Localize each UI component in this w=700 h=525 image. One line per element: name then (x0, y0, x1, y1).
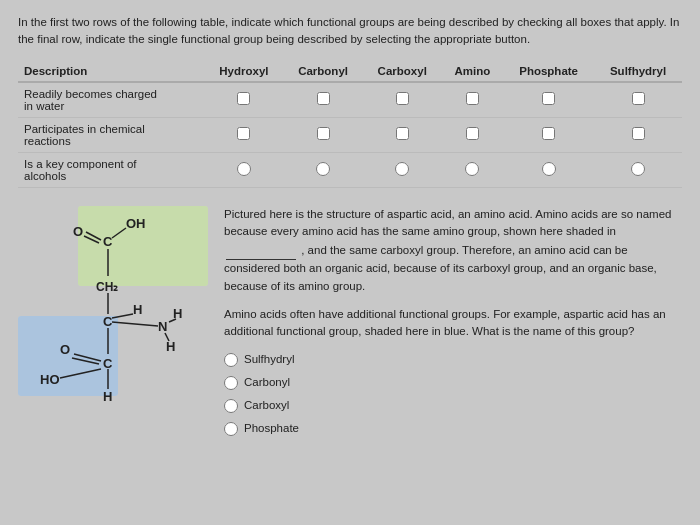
atom-o-left: O (60, 342, 70, 357)
option-carbonyl-radio[interactable] (224, 376, 238, 390)
molecule-diagram: C O OH CH₂ C H N H (18, 206, 208, 426)
svg-line-8 (112, 322, 158, 326)
explanation-paragraph2: Amino acids often have additional functi… (224, 306, 682, 342)
blank-line (226, 241, 296, 260)
atom-c-center: C (103, 314, 113, 329)
functional-groups-table: Description Hydroxyl Carbonyl Carboxyl A… (18, 61, 682, 188)
row3-sulfhydryl-cell (594, 152, 682, 187)
row2-amino-cell (442, 117, 503, 152)
row2-amino-checkbox[interactable] (466, 127, 479, 140)
row2-carbonyl-cell (283, 117, 363, 152)
option-carboxyl-radio[interactable] (224, 399, 238, 413)
row3-carbonyl-radio[interactable] (316, 162, 330, 176)
col-hydroxyl: Hydroxyl (205, 61, 284, 82)
option-carbonyl-label: Carbonyl (244, 374, 290, 392)
atom-c-top: C (103, 234, 113, 249)
text-before-blank: Pictured here is the structure of aspart… (224, 208, 671, 238)
row1-sulfhydryl-checkbox[interactable] (632, 92, 645, 105)
atom-ch2: CH₂ (96, 280, 118, 294)
answer-options: Sulfhydryl Carbonyl Carboxyl Phosphate (224, 351, 682, 437)
bottom-section: C O OH CH₂ C H N H (18, 206, 682, 443)
option-carbonyl: Carbonyl (224, 374, 682, 392)
row1-carbonyl-cell (283, 82, 363, 118)
option-sulfhydryl-label: Sulfhydryl (244, 351, 295, 369)
option-phosphate-radio[interactable] (224, 422, 238, 436)
atom-h-n2: H (173, 306, 182, 321)
explanation-paragraph1: Pictured here is the structure of aspart… (224, 206, 682, 296)
atom-n: N (158, 319, 167, 334)
row3-sulfhydryl-radio[interactable] (631, 162, 645, 176)
row2-sulfhydryl-cell (594, 117, 682, 152)
row2-hydroxyl-cell (205, 117, 284, 152)
row1-hydroxyl-cell (205, 82, 284, 118)
svg-line-7 (112, 314, 133, 318)
table-row: Participates in chemicalreactions (18, 117, 682, 152)
option-phosphate: Phosphate (224, 420, 682, 438)
atom-h-n: H (166, 339, 175, 354)
row3-phosphate-radio[interactable] (542, 162, 556, 176)
option-carboxyl-label: Carboxyl (244, 397, 289, 415)
atom-oh-top: OH (126, 216, 146, 231)
row3-carboxyl-cell (363, 152, 442, 187)
table-row: Readily becomes chargedin water (18, 82, 682, 118)
molecule-svg: C O OH CH₂ C H N H (18, 206, 208, 426)
row2-hydroxyl-checkbox[interactable] (237, 127, 250, 140)
row1-phosphate-checkbox[interactable] (542, 92, 555, 105)
row1-amino-cell (442, 82, 503, 118)
row2-carbonyl-checkbox[interactable] (317, 127, 330, 140)
atom-h-right: H (133, 302, 142, 317)
col-amino: Amino (442, 61, 503, 82)
option-sulfhydryl: Sulfhydryl (224, 351, 682, 369)
row1-carboxyl-cell (363, 82, 442, 118)
row3-carbonyl-cell (283, 152, 363, 187)
row2-sulfhydryl-checkbox[interactable] (632, 127, 645, 140)
intro-text: In the first two rows of the following t… (18, 14, 682, 49)
atom-o-top: O (73, 224, 83, 239)
option-carboxyl: Carboxyl (224, 397, 682, 415)
atom-ho: HO (40, 372, 60, 387)
atom-h-bottom: H (103, 389, 112, 404)
row1-sulfhydryl-cell (594, 82, 682, 118)
option-phosphate-label: Phosphate (244, 420, 299, 438)
table-row: Is a key component ofalcohols (18, 152, 682, 187)
col-carbonyl: Carbonyl (283, 61, 363, 82)
row3-carboxyl-radio[interactable] (395, 162, 409, 176)
row2-phosphate-cell (503, 117, 594, 152)
row2-carboxyl-cell (363, 117, 442, 152)
option-sulfhydryl-radio[interactable] (224, 353, 238, 367)
col-carboxyl: Carboxyl (363, 61, 442, 82)
row1-description: Readily becomes chargedin water (18, 82, 205, 118)
col-phosphate: Phosphate (503, 61, 594, 82)
row1-phosphate-cell (503, 82, 594, 118)
text-explanation: Pictured here is the structure of aspart… (224, 206, 682, 443)
row2-phosphate-checkbox[interactable] (542, 127, 555, 140)
row3-hydroxyl-cell (205, 152, 284, 187)
row1-carbonyl-checkbox[interactable] (317, 92, 330, 105)
row3-amino-radio[interactable] (465, 162, 479, 176)
row1-amino-checkbox[interactable] (466, 92, 479, 105)
row3-description: Is a key component ofalcohols (18, 152, 205, 187)
row3-amino-cell (442, 152, 503, 187)
col-sulfhydryl: Sulfhydryl (594, 61, 682, 82)
row2-description: Participates in chemicalreactions (18, 117, 205, 152)
row3-hydroxyl-radio[interactable] (237, 162, 251, 176)
atom-c-bottom: C (103, 356, 113, 371)
row1-hydroxyl-checkbox[interactable] (237, 92, 250, 105)
row1-carboxyl-checkbox[interactable] (396, 92, 409, 105)
row3-phosphate-cell (503, 152, 594, 187)
row2-carboxyl-checkbox[interactable] (396, 127, 409, 140)
col-description: Description (18, 61, 205, 82)
